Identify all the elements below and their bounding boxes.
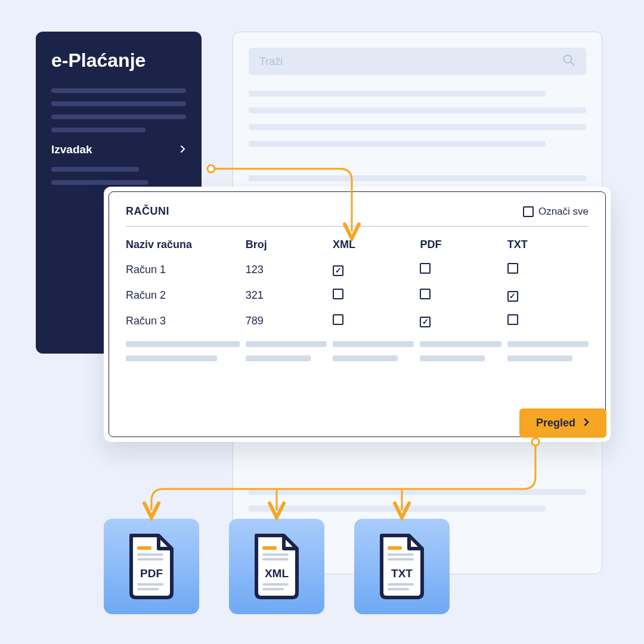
- col-pdf: PDF: [420, 239, 501, 251]
- chevron-right-icon: [180, 143, 186, 156]
- table-row: Račun 3789: [126, 314, 589, 328]
- svg-line-1: [571, 62, 574, 66]
- accounts-modal: RAČUNI Označi sve Naziv računa Broj XML …: [104, 187, 611, 442]
- content-placeholder-line: [249, 124, 586, 130]
- svg-rect-6: [137, 583, 163, 586]
- svg-rect-12: [262, 583, 289, 586]
- row-number: 789: [246, 315, 327, 327]
- table-row: Račun 1123: [126, 263, 589, 277]
- sidebar-placeholder-line: [51, 88, 186, 93]
- search-placeholder: Traži: [259, 55, 283, 68]
- content-placeholder-line: [249, 91, 546, 97]
- svg-rect-2: [137, 546, 151, 550]
- app-title: e-Plaćanje: [51, 49, 186, 72]
- table-placeholder-row: [126, 341, 589, 347]
- col-number: Broj: [246, 239, 327, 251]
- col-name: Naziv računa: [126, 239, 240, 251]
- row-name: Račun 3: [126, 315, 240, 327]
- row-name: Račun 2: [126, 289, 240, 302]
- pregled-label: Pregled: [536, 417, 575, 429]
- sidebar-item-izvadak[interactable]: Izvadak: [51, 143, 186, 156]
- sidebar-placeholder-line: [51, 101, 186, 106]
- sidebar-placeholder-line: [51, 128, 145, 132]
- col-txt: TXT: [507, 239, 589, 251]
- content-placeholder-line: [249, 175, 586, 181]
- chevron-right-icon: [584, 417, 590, 429]
- sidebar-item-label: Izvadak: [51, 143, 92, 156]
- svg-rect-15: [388, 553, 414, 556]
- sidebar-placeholder-line: [51, 167, 139, 172]
- pregled-button[interactable]: Pregled: [519, 408, 606, 438]
- svg-rect-18: [388, 583, 414, 586]
- table-row: Račun 2321: [126, 289, 589, 302]
- svg-text:XML: XML: [265, 567, 289, 580]
- select-all[interactable]: Označi sve: [523, 206, 589, 218]
- select-all-checkbox[interactable]: [523, 206, 534, 217]
- file-tile-pdf[interactable]: PDF: [104, 519, 199, 614]
- checkbox-txt[interactable]: [507, 314, 518, 325]
- modal-title: RAČUNI: [126, 205, 169, 218]
- svg-rect-4: [137, 558, 163, 561]
- content-placeholder-line: [249, 107, 586, 113]
- file-tile-txt[interactable]: TXT: [354, 519, 450, 614]
- svg-point-20: [208, 165, 215, 172]
- table-placeholder-row: [126, 355, 589, 361]
- svg-rect-10: [262, 558, 289, 561]
- search-input[interactable]: Traži: [249, 48, 586, 75]
- sidebar-placeholder-line: [51, 180, 148, 185]
- checkbox-pdf[interactable]: [420, 263, 431, 274]
- select-all-label: Označi sve: [538, 206, 589, 218]
- svg-rect-7: [137, 588, 159, 590]
- row-name: Račun 1: [126, 264, 240, 276]
- table-header: Naziv računa Broj XML PDF TXT: [126, 239, 589, 251]
- svg-rect-9: [262, 553, 289, 556]
- checkbox-xml[interactable]: [333, 289, 343, 299]
- content-placeholder-line: [249, 141, 546, 147]
- checkbox-xml[interactable]: [333, 314, 343, 325]
- svg-text:TXT: TXT: [391, 567, 413, 580]
- content-placeholder-line: [249, 506, 546, 512]
- content-placeholder-line: [249, 489, 586, 495]
- checkbox-txt[interactable]: [507, 291, 518, 302]
- svg-text:PDF: PDF: [140, 567, 163, 580]
- checkbox-xml[interactable]: [333, 265, 343, 276]
- sidebar-placeholder-line: [51, 114, 186, 119]
- svg-rect-13: [262, 588, 284, 590]
- checkbox-pdf[interactable]: [420, 317, 431, 327]
- checkbox-pdf[interactable]: [420, 289, 431, 299]
- search-icon: [562, 54, 575, 69]
- svg-rect-14: [388, 546, 402, 550]
- svg-rect-3: [137, 553, 163, 556]
- svg-rect-8: [262, 546, 277, 550]
- file-tile-xml[interactable]: XML: [229, 519, 324, 614]
- svg-rect-19: [388, 588, 409, 590]
- col-xml: XML: [333, 239, 414, 251]
- row-number: 321: [246, 289, 327, 302]
- checkbox-txt[interactable]: [507, 263, 518, 274]
- row-number: 123: [246, 264, 327, 276]
- svg-rect-16: [388, 558, 414, 561]
